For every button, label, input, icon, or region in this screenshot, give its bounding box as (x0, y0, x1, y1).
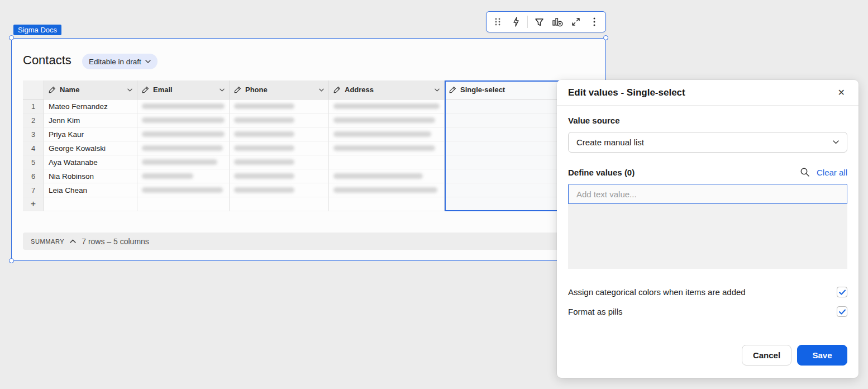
cell-email-redacted[interactable] (137, 141, 230, 155)
checkbox-row: Format as pills (568, 306, 847, 317)
checkmark-icon (839, 290, 846, 295)
cell-phone-redacted[interactable] (230, 155, 329, 169)
maximize-icon[interactable] (569, 15, 583, 29)
cell-phone-redacted[interactable] (230, 169, 329, 183)
chevron-down-icon[interactable] (220, 88, 225, 92)
table-row: 4George Kowalski (23, 141, 584, 155)
chevron-down-icon (145, 60, 151, 63)
table-row: 3Priya Kaur (23, 127, 584, 141)
empty-cell (230, 197, 329, 211)
checkbox-label: Assign categorical colors when items are… (568, 287, 746, 297)
row-number[interactable]: 5 (23, 155, 44, 169)
empty-cell (329, 197, 445, 211)
chevron-down-icon[interactable] (435, 88, 440, 92)
checkbox[interactable] (837, 306, 847, 317)
save-button[interactable]: Save (797, 345, 847, 366)
panel-header: Edit values - Single-select ✕ (557, 80, 859, 106)
contacts-table-widget[interactable]: Contacts Editable in draft NameEmailPhon… (11, 38, 606, 261)
cell-phone-redacted[interactable] (230, 127, 329, 141)
row-number-header (23, 80, 44, 99)
cell-name[interactable]: Leia Chean (44, 183, 137, 197)
cell-address-redacted[interactable] (329, 155, 445, 169)
clear-all-link[interactable]: Clear all (817, 168, 847, 177)
chevron-down-icon (833, 140, 839, 144)
add-row[interactable]: + (23, 197, 584, 211)
filter-icon[interactable] (532, 15, 546, 29)
mode-pill-label: Editable in draft (89, 58, 141, 66)
cell-address-redacted[interactable] (329, 183, 445, 197)
cell-email-redacted[interactable] (137, 155, 230, 169)
cell-address-redacted[interactable] (329, 113, 445, 127)
cell-address-redacted[interactable] (329, 127, 445, 141)
widget-title: Contacts (23, 53, 71, 68)
summary-bar[interactable]: SUMMARY 7 rows – 5 columns (23, 233, 570, 250)
define-values-label: Define values (0) (568, 168, 635, 177)
more-menu-icon[interactable] (587, 15, 602, 29)
chevron-up-icon[interactable] (70, 239, 76, 243)
table-row: 2Jenn Kim (23, 113, 584, 127)
cell-phone-redacted[interactable] (230, 183, 329, 197)
selection-handle-top-left[interactable] (9, 35, 14, 40)
table-row: 5Aya Watanabe (23, 155, 584, 169)
value-source-select[interactable]: Create manual list (568, 132, 847, 153)
add-value-input[interactable] (568, 184, 847, 204)
cell-address-redacted[interactable] (329, 141, 445, 155)
summary-label: SUMMARY (31, 238, 64, 245)
chevron-down-icon[interactable] (319, 88, 324, 92)
close-icon[interactable]: ✕ (836, 86, 847, 99)
table-row: 7Leia Chean (23, 183, 584, 197)
column-header-phone[interactable]: Phone (230, 80, 329, 99)
search-icon[interactable] (800, 167, 810, 177)
row-number[interactable]: 3 (23, 127, 44, 141)
cancel-button[interactable]: Cancel (742, 345, 791, 366)
add-chart-icon[interactable] (550, 15, 565, 29)
checkbox-label: Format as pills (568, 307, 623, 316)
pencil-icon (333, 86, 341, 93)
checkbox-row: Assign categorical colors when items are… (568, 287, 847, 297)
empty-cell (44, 197, 137, 211)
row-number[interactable]: 4 (23, 141, 44, 155)
cell-name[interactable]: Jenn Kim (44, 113, 137, 127)
drag-handle-icon[interactable] (490, 15, 505, 29)
selection-handle-top-right[interactable] (603, 35, 608, 40)
selection-handle-bottom-left[interactable] (9, 258, 14, 263)
column-header-email[interactable]: Email (137, 80, 230, 99)
table-row: 6Nia Robinson (23, 169, 584, 183)
doc-title-badge: Sigma Docs (13, 25, 61, 35)
add-row-button[interactable]: + (23, 197, 44, 211)
cell-address-redacted[interactable] (329, 99, 445, 113)
mode-pill-dropdown[interactable]: Editable in draft (82, 54, 158, 69)
column-header-name[interactable]: Name (44, 80, 137, 99)
panel-title: Edit values - Single-select (568, 87, 685, 98)
cell-name[interactable]: Priya Kaur (44, 127, 137, 141)
pencil-icon (142, 86, 149, 93)
row-number[interactable]: 7 (23, 183, 44, 197)
column-header-address[interactable]: Address (329, 80, 445, 99)
cell-email-redacted[interactable] (137, 183, 230, 197)
cell-name[interactable]: George Kowalski (44, 141, 137, 155)
pencil-icon (49, 86, 56, 93)
cell-email-redacted[interactable] (137, 113, 230, 127)
cell-name[interactable]: Aya Watanabe (44, 155, 137, 169)
cell-email-redacted[interactable] (137, 127, 230, 141)
chevron-down-icon[interactable] (127, 88, 132, 92)
value-source-selected: Create manual list (576, 137, 644, 147)
checkbox[interactable] (837, 287, 847, 297)
row-number[interactable]: 2 (23, 113, 44, 127)
cell-email-redacted[interactable] (137, 99, 230, 113)
cell-phone-redacted[interactable] (230, 99, 329, 113)
cell-email-redacted[interactable] (137, 169, 230, 183)
edit-values-panel: Edit values - Single-select ✕ Value sour… (557, 80, 859, 378)
cell-name[interactable]: Nia Robinson (44, 169, 137, 183)
cell-name[interactable]: Mateo Fernandez (44, 99, 137, 113)
row-number[interactable]: 1 (23, 99, 44, 113)
cell-phone-redacted[interactable] (230, 113, 329, 127)
cell-address-redacted[interactable] (329, 169, 445, 183)
toolbar-divider (527, 16, 528, 28)
cell-phone-redacted[interactable] (230, 141, 329, 155)
lightning-icon[interactable] (509, 15, 523, 29)
pencil-icon (449, 86, 456, 93)
checkmark-icon (839, 309, 846, 315)
row-number[interactable]: 6 (23, 169, 44, 183)
values-list-area (568, 204, 847, 269)
